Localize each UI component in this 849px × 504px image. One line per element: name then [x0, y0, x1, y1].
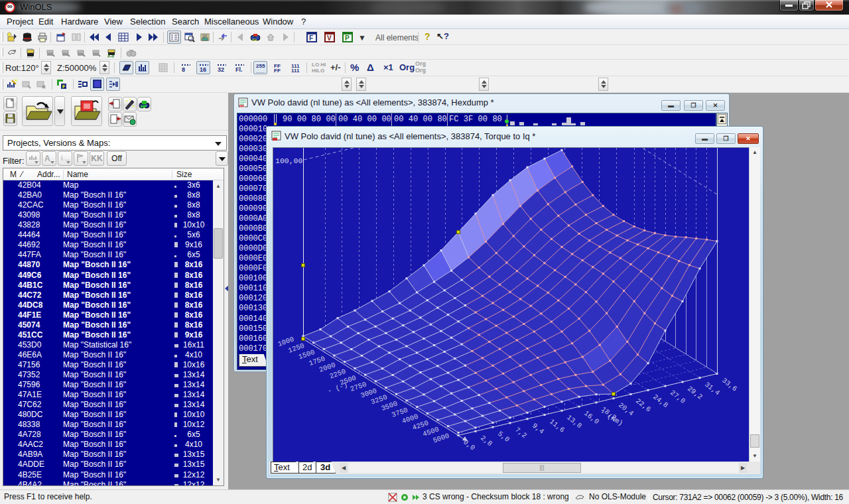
svg-text:IOI..: IOI.. — [252, 38, 258, 42]
svg-text:101: 101 — [239, 104, 245, 108]
svg-text:P: P — [345, 34, 350, 42]
svg-text:i…: i… — [61, 154, 70, 162]
svg-text:A: A — [44, 154, 50, 163]
svg-text:8: 8 — [182, 66, 185, 73]
svg-text:V: V — [327, 34, 332, 42]
svg-text:16: 16 — [200, 66, 206, 73]
svg-text:F: F — [62, 84, 66, 89]
svg-text:100,00: 100,00 — [275, 157, 303, 165]
svg-text:HP: HP — [141, 104, 147, 109]
svg-text:32: 32 — [218, 66, 224, 73]
svg-text:Fl.: Fl. — [235, 66, 243, 73]
svg-text:111: 111 — [291, 68, 300, 73]
svg-text:FF: FF — [274, 68, 281, 73]
svg-text:___: ___ — [255, 68, 265, 73]
svg-text:F: F — [309, 34, 313, 42]
svg-text:#-#: #-# — [107, 54, 114, 58]
